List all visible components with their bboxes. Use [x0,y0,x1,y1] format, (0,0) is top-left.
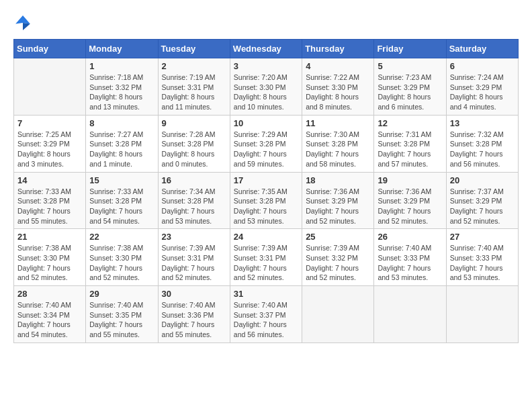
day-info: Sunrise: 7:35 AMSunset: 3:28 PMDaylight:… [234,187,298,226]
calendar-cell: 15Sunrise: 7:33 AMSunset: 3:28 PMDayligh… [86,172,158,229]
day-number: 25 [306,232,370,242]
day-info: Sunrise: 7:23 AMSunset: 3:29 PMDaylight:… [378,73,442,112]
calendar-cell: 26Sunrise: 7:40 AMSunset: 3:33 PMDayligh… [374,229,446,286]
calendar-cell: 9Sunrise: 7:28 AMSunset: 3:28 PMDaylight… [158,115,230,172]
day-number: 26 [378,232,442,242]
day-number: 3 [234,61,298,71]
day-info: Sunrise: 7:37 AMSunset: 3:29 PMDaylight:… [450,187,515,226]
calendar-cell [446,286,518,343]
day-info: Sunrise: 7:20 AMSunset: 3:30 PMDaylight:… [234,73,298,112]
day-info: Sunrise: 7:36 AMSunset: 3:29 PMDaylight:… [378,187,442,226]
day-number: 8 [89,118,154,128]
calendar-body: 1Sunrise: 7:18 AMSunset: 3:32 PMDaylight… [14,58,519,343]
calendar-cell: 31Sunrise: 7:40 AMSunset: 3:37 PMDayligh… [230,286,302,343]
day-number: 22 [89,232,154,242]
weekday-header: Tuesday [158,40,230,58]
calendar-cell: 29Sunrise: 7:40 AMSunset: 3:35 PMDayligh… [86,286,158,343]
day-number: 15 [89,175,154,185]
calendar-cell: 21Sunrise: 7:38 AMSunset: 3:30 PMDayligh… [14,229,86,286]
calendar-cell [14,58,86,116]
day-info: Sunrise: 7:38 AMSunset: 3:30 PMDaylight:… [89,243,154,283]
day-info: Sunrise: 7:28 AMSunset: 3:28 PMDaylight:… [162,130,226,169]
calendar-cell: 3Sunrise: 7:20 AMSunset: 3:30 PMDaylight… [230,58,302,116]
calendar-cell: 16Sunrise: 7:34 AMSunset: 3:28 PMDayligh… [158,172,230,229]
calendar-cell: 24Sunrise: 7:39 AMSunset: 3:31 PMDayligh… [230,229,302,286]
day-info: Sunrise: 7:18 AMSunset: 3:32 PMDaylight:… [89,73,154,112]
day-number: 12 [378,118,442,128]
day-info: Sunrise: 7:30 AMSunset: 3:28 PMDaylight:… [306,130,370,169]
day-number: 31 [234,289,298,299]
day-info: Sunrise: 7:29 AMSunset: 3:28 PMDaylight:… [234,130,298,169]
day-info: Sunrise: 7:40 AMSunset: 3:35 PMDaylight:… [89,300,154,340]
day-number: 4 [306,61,370,71]
calendar-week-row: 7Sunrise: 7:25 AMSunset: 3:29 PMDaylight… [14,115,519,172]
day-number: 11 [306,118,370,128]
calendar-cell: 13Sunrise: 7:32 AMSunset: 3:28 PMDayligh… [446,115,518,172]
calendar-week-row: 1Sunrise: 7:18 AMSunset: 3:32 PMDaylight… [14,58,519,116]
day-info: Sunrise: 7:27 AMSunset: 3:28 PMDaylight:… [89,130,154,169]
day-number: 17 [234,175,298,185]
calendar-cell: 28Sunrise: 7:40 AMSunset: 3:34 PMDayligh… [14,286,86,343]
day-info: Sunrise: 7:40 AMSunset: 3:37 PMDaylight:… [234,300,298,340]
weekday-header: Friday [374,40,446,58]
day-info: Sunrise: 7:39 AMSunset: 3:31 PMDaylight:… [234,243,298,283]
day-number: 10 [234,118,298,128]
day-number: 21 [17,232,82,242]
calendar-cell: 11Sunrise: 7:30 AMSunset: 3:28 PMDayligh… [302,115,374,172]
day-info: Sunrise: 7:32 AMSunset: 3:28 PMDaylight:… [450,130,515,169]
day-info: Sunrise: 7:40 AMSunset: 3:36 PMDaylight:… [162,300,226,340]
weekday-header: Thursday [302,40,374,58]
day-number: 16 [162,175,226,185]
day-number: 7 [17,118,82,128]
day-number: 28 [17,289,82,299]
calendar-cell: 10Sunrise: 7:29 AMSunset: 3:28 PMDayligh… [230,115,302,172]
day-info: Sunrise: 7:39 AMSunset: 3:32 PMDaylight:… [306,243,370,283]
day-number: 14 [17,175,82,185]
calendar-cell: 12Sunrise: 7:31 AMSunset: 3:28 PMDayligh… [374,115,446,172]
day-number: 18 [306,175,370,185]
day-info: Sunrise: 7:34 AMSunset: 3:28 PMDaylight:… [162,187,226,226]
calendar-cell: 22Sunrise: 7:38 AMSunset: 3:30 PMDayligh… [86,229,158,286]
calendar-cell: 19Sunrise: 7:36 AMSunset: 3:29 PMDayligh… [374,172,446,229]
day-info: Sunrise: 7:40 AMSunset: 3:34 PMDaylight:… [17,300,82,340]
day-info: Sunrise: 7:36 AMSunset: 3:29 PMDaylight:… [306,187,370,226]
day-number: 13 [450,118,515,128]
calendar-week-row: 14Sunrise: 7:33 AMSunset: 3:28 PMDayligh… [14,172,519,229]
day-number: 2 [162,61,226,71]
day-info: Sunrise: 7:25 AMSunset: 3:29 PMDaylight:… [17,130,82,169]
day-info: Sunrise: 7:38 AMSunset: 3:30 PMDaylight:… [17,243,82,283]
page-header [13,13,519,32]
day-number: 1 [89,61,154,71]
weekday-header: Sunday [14,40,86,58]
day-number: 27 [450,232,515,242]
calendar-cell: 17Sunrise: 7:35 AMSunset: 3:28 PMDayligh… [230,172,302,229]
weekday-header: Wednesday [230,40,302,58]
logo [13,13,35,32]
calendar-cell: 7Sunrise: 7:25 AMSunset: 3:29 PMDaylight… [14,115,86,172]
day-info: Sunrise: 7:33 AMSunset: 3:28 PMDaylight:… [89,187,154,226]
calendar-cell: 6Sunrise: 7:24 AMSunset: 3:29 PMDaylight… [446,58,518,116]
day-number: 5 [378,61,442,71]
calendar-cell: 4Sunrise: 7:22 AMSunset: 3:30 PMDaylight… [302,58,374,116]
day-info: Sunrise: 7:31 AMSunset: 3:28 PMDaylight:… [378,130,442,169]
day-info: Sunrise: 7:24 AMSunset: 3:29 PMDaylight:… [450,73,515,112]
day-info: Sunrise: 7:33 AMSunset: 3:28 PMDaylight:… [17,187,82,226]
calendar-cell: 30Sunrise: 7:40 AMSunset: 3:36 PMDayligh… [158,286,230,343]
day-number: 9 [162,118,226,128]
calendar-cell: 14Sunrise: 7:33 AMSunset: 3:28 PMDayligh… [14,172,86,229]
day-number: 30 [162,289,226,299]
day-number: 24 [234,232,298,242]
calendar-cell: 2Sunrise: 7:19 AMSunset: 3:31 PMDaylight… [158,58,230,116]
calendar-week-row: 28Sunrise: 7:40 AMSunset: 3:34 PMDayligh… [14,286,519,343]
calendar-cell: 5Sunrise: 7:23 AMSunset: 3:29 PMDaylight… [374,58,446,116]
calendar-table: SundayMondayTuesdayWednesdayThursdayFrid… [13,39,519,343]
day-info: Sunrise: 7:22 AMSunset: 3:30 PMDaylight:… [306,73,370,112]
svg-marker-1 [23,23,30,30]
day-number: 20 [450,175,515,185]
day-info: Sunrise: 7:19 AMSunset: 3:31 PMDaylight:… [162,73,226,112]
svg-marker-0 [15,15,30,24]
day-number: 6 [450,61,515,71]
day-number: 29 [89,289,154,299]
weekday-header: Saturday [446,40,518,58]
day-info: Sunrise: 7:39 AMSunset: 3:31 PMDaylight:… [162,243,226,283]
